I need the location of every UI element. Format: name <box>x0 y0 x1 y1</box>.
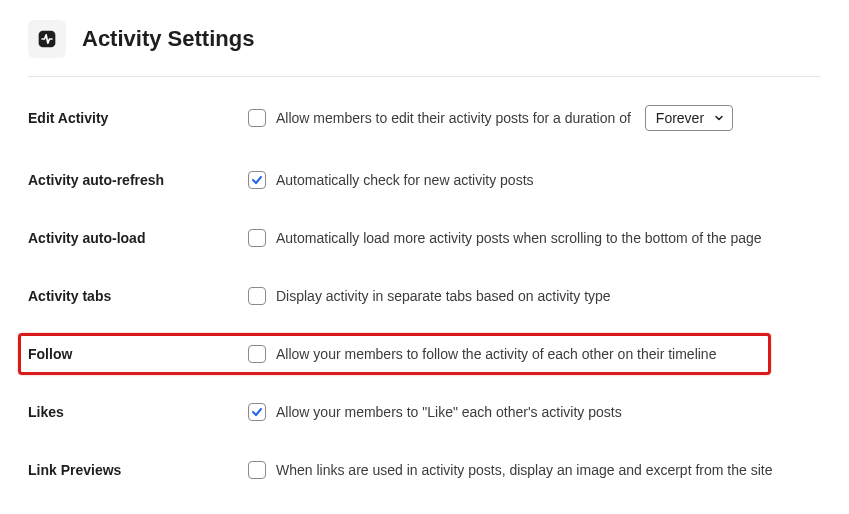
auto-load-checkbox[interactable] <box>248 229 266 247</box>
setting-follow: Follow Allow your members to follow the … <box>28 345 821 363</box>
auto-refresh-text: Automatically check for new activity pos… <box>276 172 534 188</box>
edit-activity-text: Allow members to edit their activity pos… <box>276 110 631 126</box>
likes-label: Likes <box>28 404 248 420</box>
follow-checkbox[interactable] <box>248 345 266 363</box>
auto-refresh-label: Activity auto-refresh <box>28 172 248 188</box>
activity-icon <box>28 20 66 58</box>
auto-load-text: Automatically load more activity posts w… <box>276 230 762 246</box>
link-previews-checkbox[interactable] <box>248 461 266 479</box>
edit-activity-duration-value: Forever <box>656 110 704 126</box>
setting-auto-load: Activity auto-load Automatically load mo… <box>28 229 821 247</box>
setting-link-previews: Link Previews When links are used in act… <box>28 461 821 479</box>
follow-label: Follow <box>28 346 248 362</box>
setting-edit-activity: Edit Activity Allow members to edit thei… <box>28 105 821 131</box>
settings-header: Activity Settings <box>28 20 821 77</box>
edit-activity-label: Edit Activity <box>28 110 248 126</box>
setting-activity-tabs: Activity tabs Display activity in separa… <box>28 287 821 305</box>
link-previews-text: When links are used in activity posts, d… <box>276 462 772 478</box>
chevron-down-icon <box>714 110 724 126</box>
likes-text: Allow your members to "Like" each other'… <box>276 404 622 420</box>
likes-checkbox[interactable] <box>248 403 266 421</box>
auto-refresh-checkbox[interactable] <box>248 171 266 189</box>
page-title: Activity Settings <box>82 26 254 52</box>
activity-tabs-checkbox[interactable] <box>248 287 266 305</box>
setting-likes: Likes Allow your members to "Like" each … <box>28 403 821 421</box>
link-previews-label: Link Previews <box>28 462 248 478</box>
auto-load-label: Activity auto-load <box>28 230 248 246</box>
activity-tabs-text: Display activity in separate tabs based … <box>276 288 611 304</box>
edit-activity-duration-select[interactable]: Forever <box>645 105 733 131</box>
edit-activity-checkbox[interactable] <box>248 109 266 127</box>
setting-auto-refresh: Activity auto-refresh Automatically chec… <box>28 171 821 189</box>
follow-text: Allow your members to follow the activit… <box>276 346 716 362</box>
activity-tabs-label: Activity tabs <box>28 288 248 304</box>
